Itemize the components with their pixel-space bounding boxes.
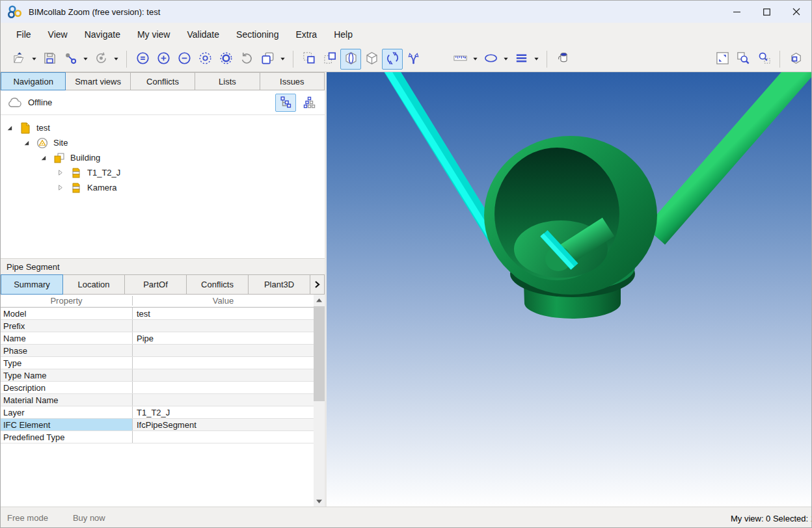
open-model-caret[interactable] <box>29 49 39 70</box>
markup-ellipse-caret[interactable] <box>501 49 511 70</box>
viewport-3d[interactable] <box>327 72 811 507</box>
menu-file[interactable]: File <box>8 25 40 44</box>
chevron-down-icon <box>503 56 509 62</box>
tree-item-t1-t2-j[interactable]: T1_T2_J <box>1 165 325 180</box>
cube-view-button[interactable] <box>361 49 382 70</box>
prop-tab-conflicts[interactable]: Conflicts <box>187 274 249 295</box>
tree-item-kamera[interactable]: Kamera <box>1 180 325 195</box>
menu-validate[interactable]: Validate <box>178 25 228 44</box>
properties-scrollbar[interactable] <box>314 295 325 507</box>
expander-expanded-icon <box>22 139 31 147</box>
paint-button[interactable] <box>552 49 573 70</box>
select-area-button[interactable] <box>299 49 319 70</box>
prop-tab-location[interactable]: Location <box>63 274 125 295</box>
tree-item-label: Building <box>70 153 100 163</box>
table-row-material-name[interactable]: Material Name <box>1 394 314 406</box>
menu-my-view[interactable]: My view <box>129 25 179 44</box>
line-style-caret[interactable] <box>532 49 541 70</box>
zoom-extents-button[interactable] <box>712 49 733 70</box>
tab-lists[interactable]: Lists <box>195 72 260 90</box>
open-model-button[interactable] <box>8 49 29 70</box>
markup-ellipse-icon <box>483 51 498 68</box>
panel-tab-strip: NavigationSmart viewsConflictsListsIssue… <box>1 72 325 90</box>
more-tabs-button[interactable] <box>310 274 325 295</box>
line-style-button[interactable] <box>511 49 532 70</box>
tree-expander[interactable] <box>55 168 65 178</box>
close-icon <box>792 8 800 16</box>
prop-tab-summary[interactable]: Summary <box>1 274 63 295</box>
update-models-button[interactable] <box>90 49 111 70</box>
section-plane-button[interactable] <box>340 49 361 70</box>
tab-conflicts[interactable]: Conflicts <box>131 72 195 90</box>
prop-tab-plant3d[interactable]: Plant3D <box>249 274 310 295</box>
tree-expander[interactable] <box>38 153 48 163</box>
table-row-description[interactable]: Description <box>1 382 314 394</box>
table-row-prefix[interactable]: Prefix <box>1 320 314 332</box>
show-button[interactable] <box>153 49 174 70</box>
menu-help[interactable]: Help <box>325 25 361 44</box>
table-row-type-name[interactable]: Type Name <box>1 369 314 382</box>
undo-view-button[interactable] <box>236 49 257 70</box>
zoom-selection-button[interactable] <box>753 49 774 70</box>
3d-scene[interactable] <box>327 72 811 507</box>
table-row-type[interactable]: Type <box>1 357 314 369</box>
viewpoints-caret[interactable] <box>278 49 288 70</box>
tree-item-building[interactable]: Building <box>1 150 325 165</box>
table-row-layer[interactable]: Layer T1_T2_J <box>1 406 314 419</box>
minimize-button[interactable] <box>722 1 751 23</box>
show-all-button[interactable] <box>132 49 153 70</box>
link-models-button[interactable] <box>60 49 81 70</box>
deselect-area-button[interactable] <box>319 49 340 70</box>
scrollbar-thumb[interactable] <box>314 306 325 401</box>
scroll-down-icon[interactable] <box>314 495 325 507</box>
isolate-button[interactable] <box>195 49 215 70</box>
scroll-up-icon[interactable] <box>314 295 325 306</box>
orbit-button[interactable] <box>382 49 403 70</box>
column-header-value[interactable]: Value <box>133 296 314 306</box>
table-row-phase[interactable]: Phase <box>1 345 314 357</box>
tree-item-test[interactable]: test <box>1 120 325 135</box>
menu-view[interactable]: View <box>40 25 76 44</box>
table-row-predefined-type[interactable]: Predefined Type <box>1 431 314 443</box>
tree-expander[interactable] <box>21 138 31 148</box>
section-cube-button[interactable] <box>785 49 806 70</box>
property-cell: IFC Element <box>1 419 133 430</box>
tree-item-site[interactable]: Site <box>1 135 325 150</box>
tree-expander[interactable] <box>55 183 65 192</box>
markup-ellipse-button[interactable] <box>480 49 501 70</box>
property-cell: Type <box>1 357 133 369</box>
buy-now-link[interactable]: Buy now <box>73 513 105 523</box>
expander-collapsed-icon <box>56 183 64 192</box>
viewpoints-button[interactable] <box>257 49 278 70</box>
isolate-selection-button[interactable] <box>215 49 236 70</box>
walk-button[interactable] <box>403 49 424 70</box>
maximize-button[interactable] <box>751 1 781 23</box>
measure-button[interactable] <box>450 49 470 70</box>
tab-issues[interactable]: Issues <box>260 72 325 90</box>
table-row-model[interactable]: Model test <box>1 308 314 320</box>
link-models-caret[interactable] <box>81 49 90 70</box>
menu-extra[interactable]: Extra <box>287 25 325 44</box>
prop-tab-partof[interactable]: PartOf <box>125 274 187 295</box>
table-row-name[interactable]: Name Pipe <box>1 332 314 345</box>
chevron-right-icon <box>314 281 320 288</box>
close-button[interactable] <box>781 1 811 23</box>
column-header-property[interactable]: Property <box>1 296 133 306</box>
measure-caret[interactable] <box>470 49 480 70</box>
update-models-caret[interactable] <box>111 49 121 70</box>
scrollbar-track[interactable] <box>314 402 325 495</box>
chevron-down-icon <box>280 56 286 62</box>
zoom-window-button[interactable] <box>733 49 753 70</box>
menu-sectioning[interactable]: Sectioning <box>228 25 287 44</box>
menu-navigate[interactable]: Navigate <box>76 25 129 44</box>
property-cell: Phase <box>1 345 133 356</box>
table-row-ifc-element[interactable]: IFC Element IfcPipeSegment <box>1 419 314 431</box>
tab-navigation[interactable]: Navigation <box>1 72 66 90</box>
tab-smart-views[interactable]: Smart views <box>66 72 130 90</box>
bimcollab-logo-icon <box>7 4 23 20</box>
save-button[interactable] <box>39 49 60 70</box>
type-view-toggle[interactable] <box>299 94 319 112</box>
hide-button[interactable] <box>174 49 195 70</box>
tree-view-toggle[interactable] <box>275 94 296 112</box>
tree-expander[interactable] <box>5 123 14 133</box>
